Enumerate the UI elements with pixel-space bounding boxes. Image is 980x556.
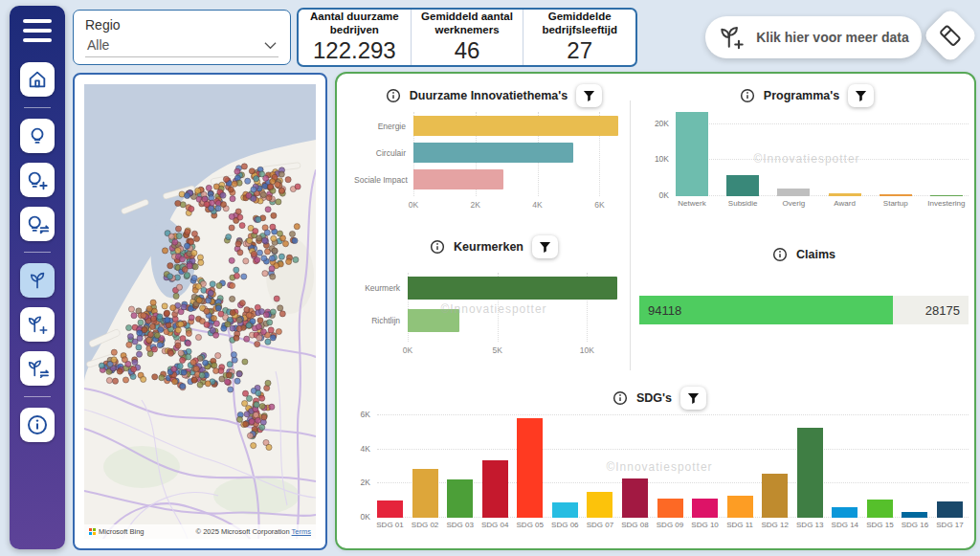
- sidebar-item-ideas[interactable]: [20, 119, 55, 153]
- category-label: SDG 05: [517, 521, 544, 529]
- bar-netwerk[interactable]: [676, 112, 708, 196]
- bing-logo: Microsoft Bing: [89, 527, 145, 536]
- bar-sdg-08[interactable]: [622, 478, 648, 518]
- bar-sdg-10[interactable]: [692, 499, 718, 518]
- category-label: SDG 16: [902, 521, 928, 529]
- sidebar-item-home[interactable]: [20, 62, 55, 97]
- bar-sdg-07[interactable]: [587, 492, 612, 518]
- sidebar-item-ideas-add[interactable]: [20, 163, 55, 197]
- info-icon[interactable]: [612, 390, 628, 406]
- bar-sdg-15[interactable]: [867, 500, 893, 518]
- category-label: Overig: [783, 199, 806, 208]
- info-icon[interactable]: [386, 88, 401, 103]
- map-panel: Microsoft Bing © 2025 Microsoft Corporat…: [73, 73, 327, 550]
- bar-overig[interactable]: [777, 189, 810, 196]
- kpi-value: 27: [567, 37, 592, 64]
- category-label: SDG 06: [551, 521, 578, 529]
- filter-icon[interactable]: [848, 84, 874, 107]
- field: [103, 446, 180, 488]
- kpi-card: Aantal duurzame bedrijven 122.293 Gemidd…: [297, 8, 637, 67]
- bar-sdg-14[interactable]: [832, 507, 858, 518]
- more-data-label: Klik hier voor meer data: [756, 30, 909, 45]
- bar-sdg-02[interactable]: [412, 469, 438, 518]
- bar-sdg-05[interactable]: [517, 418, 543, 518]
- claims-bar-right[interactable]: 28175: [893, 296, 969, 324]
- chart-title: Programma's: [764, 89, 839, 102]
- chevron-down-icon: [264, 41, 277, 50]
- bar-sdg-17[interactable]: [937, 501, 963, 518]
- chart-title: Keurmerken: [454, 240, 523, 254]
- lightbulb-swap-icon: [26, 212, 49, 235]
- region-dropdown[interactable]: Alle: [85, 35, 278, 57]
- clear-filters-button[interactable]: [922, 7, 978, 63]
- bar-sdg-04[interactable]: [482, 460, 508, 518]
- bar-sdg-12[interactable]: [762, 474, 788, 518]
- axis-tick: 2K: [350, 478, 370, 487]
- axis-tick: 6K: [594, 200, 604, 210]
- divider: [24, 107, 51, 108]
- sidebar-item-sustainability-add[interactable]: [20, 307, 55, 342]
- bing-logo-label: Microsoft Bing: [99, 527, 145, 536]
- bar-subsidie[interactable]: [726, 175, 759, 196]
- sidebar-item-sustainability[interactable]: [20, 263, 55, 298]
- bar-richtlijn[interactable]: [408, 309, 459, 332]
- more-data-button[interactable]: Klik hier voor meer data: [705, 16, 922, 58]
- sidebar-item-info[interactable]: [20, 408, 55, 442]
- bar-keurmerk[interactable]: [408, 277, 617, 300]
- bar-sdg-16[interactable]: [902, 512, 927, 518]
- plant-plus-icon: [26, 313, 49, 336]
- kpi-value: 122.293: [313, 37, 396, 64]
- sidebar-item-ideas-compare[interactable]: [20, 207, 55, 241]
- axis-tick: 0K: [409, 200, 418, 210]
- kpi-bedrijfsleeftijd: Gemiddelde bedrijfsleeftijd 27: [523, 10, 635, 65]
- map-attribution: Microsoft Bing © 2025 Microsoft Corporat…: [84, 524, 316, 539]
- axis-tick: 6K: [350, 410, 370, 419]
- claims-bar-left[interactable]: 94118: [639, 296, 893, 324]
- category-label: SDG 17: [936, 521, 963, 529]
- info-icon[interactable]: [430, 239, 445, 255]
- bar-sdg-11[interactable]: [727, 496, 753, 518]
- map[interactable]: Microsoft Bing © 2025 Microsoft Corporat…: [84, 84, 316, 539]
- microsoft-logo-icon: [89, 528, 96, 535]
- bar-award[interactable]: [829, 193, 861, 196]
- menu-button[interactable]: [23, 19, 52, 42]
- chart-claims: Claims 9411828175: [639, 242, 969, 357]
- bar-circulair[interactable]: [413, 143, 573, 163]
- bar-sdg-03[interactable]: [447, 479, 473, 518]
- axis-tick: 10K: [645, 154, 669, 164]
- eraser-icon: [933, 18, 969, 54]
- kpi-label: Aantal duurzame bedrijven: [302, 11, 407, 35]
- bar-sdg-13[interactable]: [797, 428, 823, 518]
- kpi-label: Gemiddelde bedrijfsleeftijd: [527, 11, 632, 35]
- category-label: SDG 07: [587, 521, 613, 529]
- category-label: SDG 09: [657, 521, 683, 529]
- terms-link[interactable]: Terms: [292, 527, 311, 536]
- chart-sdgs: SDG's 0K2K4K6KSDG 01SDG 02SDG 03SDG 04SD…: [350, 386, 969, 543]
- bar-sdg-09[interactable]: [657, 499, 683, 518]
- bar-investering[interactable]: [930, 195, 963, 196]
- category-label: SDG 03: [446, 521, 473, 529]
- bar-startup[interactable]: [880, 194, 912, 196]
- bar-sociale-impact[interactable]: [413, 169, 503, 189]
- filter-icon[interactable]: [532, 235, 558, 258]
- bar-sdg-06[interactable]: [552, 502, 578, 518]
- kpi-bedrijven: Aantal duurzame bedrijven 122.293: [299, 10, 411, 65]
- plant-icon: [27, 270, 48, 291]
- lightbulb-icon: [27, 125, 48, 146]
- divider: [24, 396, 51, 397]
- category-label: SDG 01: [376, 521, 403, 529]
- region-filter-title: Regio: [85, 17, 278, 33]
- filter-icon[interactable]: [680, 387, 706, 410]
- filter-icon[interactable]: [576, 84, 602, 107]
- bar-sdg-01[interactable]: [377, 500, 403, 518]
- axis-tick: 4K: [350, 444, 370, 454]
- info-icon[interactable]: [740, 88, 755, 103]
- charts-panel: Duurzame Innovatiethema's EnergieCircula…: [335, 72, 976, 550]
- category-label: Award: [834, 199, 856, 208]
- chart-title: SDG's: [636, 391, 672, 405]
- info-icon[interactable]: [772, 247, 788, 262]
- category-label: SDG 04: [481, 521, 508, 529]
- bar-energie[interactable]: [413, 116, 618, 136]
- axis-tick: 5K: [492, 345, 501, 355]
- sidebar-item-sustainability-compare[interactable]: [20, 351, 55, 386]
